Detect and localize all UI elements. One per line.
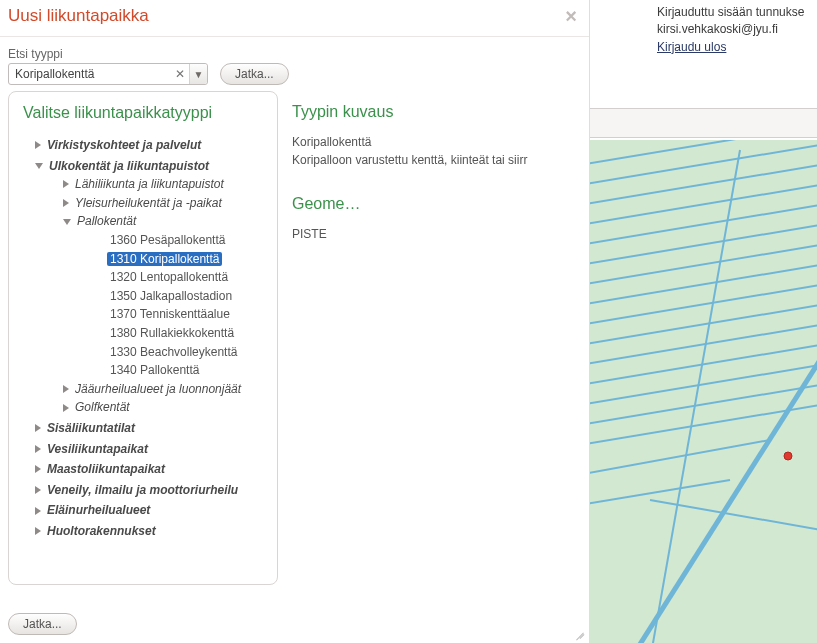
caret-right-icon xyxy=(63,404,69,412)
caret-right-icon xyxy=(35,486,41,494)
tree-title: Valitse liikuntapaikkatyyppi xyxy=(23,104,267,122)
svg-line-9 xyxy=(590,300,817,350)
tree-node-ulko[interactable]: Ulkokentät ja liikuntapuistot xyxy=(35,157,267,176)
svg-line-8 xyxy=(590,280,817,330)
type-description-panel: Tyypin kuvaus Koripallokenttä Koripalloo… xyxy=(288,91,581,585)
tree-leaf-1320[interactable]: 1320 Lentopallokenttä xyxy=(107,270,231,284)
tree-leaf-1340[interactable]: 1340 Pallokenttä xyxy=(107,363,202,377)
map-canvas[interactable] xyxy=(590,140,817,643)
logout-link[interactable]: Kirjaudu ulos xyxy=(657,40,726,54)
svg-line-14 xyxy=(590,400,817,450)
caret-right-icon xyxy=(63,199,69,207)
tree-node-huolto[interactable]: Huoltorakennukset xyxy=(35,522,267,541)
user-email: kirsi.vehkakoski@jyu.fi xyxy=(657,21,817,38)
svg-line-12 xyxy=(590,360,817,410)
type-input[interactable] xyxy=(9,67,171,81)
tree-node-elain[interactable]: Eläinurheilualueet xyxy=(35,501,267,520)
svg-line-2 xyxy=(590,160,817,210)
caret-right-icon xyxy=(35,445,41,453)
svg-line-3 xyxy=(590,180,817,230)
tree-node-virkistys[interactable]: Virkistyskohteet ja palvelut xyxy=(35,136,267,155)
tree-leaf-1350[interactable]: 1350 Jalkapallostadion xyxy=(107,289,235,303)
caret-right-icon xyxy=(35,141,41,149)
caret-right-icon xyxy=(35,527,41,535)
geometry-title: Geome… xyxy=(292,195,575,213)
svg-line-5 xyxy=(590,220,817,270)
search-label: Etsi tyyppi xyxy=(8,47,208,61)
continue-button-bottom[interactable]: Jatka... xyxy=(8,613,77,635)
tree-node-pallo[interactable]: Pallokentät xyxy=(63,212,267,231)
tree-node-sisa[interactable]: Sisäliikuntatilat xyxy=(35,419,267,438)
tree-node-maasto[interactable]: Maastoliikuntapaikat xyxy=(35,460,267,479)
dialog-title: Uusi liikuntapaikka xyxy=(8,6,149,26)
clear-icon[interactable]: ✕ xyxy=(171,67,189,81)
chevron-down-icon[interactable]: ▼ xyxy=(189,64,207,84)
svg-point-20 xyxy=(784,452,792,460)
dialog-new-place: Uusi liikuntapaikka × Etsi tyyppi ✕ ▼ Ja… xyxy=(0,0,590,643)
tree-node-yleis[interactable]: Yleisurheilukentät ja -paikat xyxy=(63,194,267,213)
caret-right-icon xyxy=(35,507,41,515)
caret-down-icon xyxy=(63,219,71,225)
selected-type-desc: Koripalloon varustettu kenttä, kiinteät … xyxy=(292,153,575,167)
resize-handle[interactable] xyxy=(573,627,585,639)
svg-line-6 xyxy=(590,240,817,290)
svg-line-0 xyxy=(590,140,817,170)
svg-line-16 xyxy=(590,480,730,510)
continue-button-top[interactable]: Jatka... xyxy=(220,63,289,85)
caret-right-icon xyxy=(35,424,41,432)
tree-leaf-1360[interactable]: 1360 Pesäpallokenttä xyxy=(107,233,228,247)
caret-right-icon xyxy=(35,465,41,473)
svg-line-17 xyxy=(650,150,740,643)
type-tree-panel: Valitse liikuntapaikkatyyppi Virkistysko… xyxy=(8,91,278,585)
tree-leaf-1380[interactable]: 1380 Rullakiekkokenttä xyxy=(107,326,237,340)
type-combobox[interactable]: ✕ ▼ xyxy=(8,63,208,85)
caret-down-icon xyxy=(35,163,43,169)
geometry-value: PISTE xyxy=(292,227,575,241)
desc-title: Tyypin kuvaus xyxy=(292,103,575,121)
tree-leaf-1370[interactable]: 1370 Tenniskenttäalue xyxy=(107,307,233,321)
svg-line-15 xyxy=(590,440,770,480)
selected-type-name: Koripallokenttä xyxy=(292,135,575,149)
tree-leaf-1310[interactable]: 1310 Koripallokenttä xyxy=(107,252,222,266)
logged-in-text: Kirjauduttu sisään tunnukse xyxy=(657,4,817,21)
svg-line-7 xyxy=(590,260,817,310)
tree-node-jaa[interactable]: Jääurheilualueet ja luonnonjäät xyxy=(63,380,267,399)
svg-line-1 xyxy=(590,140,817,190)
svg-line-4 xyxy=(590,200,817,250)
svg-line-11 xyxy=(590,340,817,390)
tree-leaf-1330[interactable]: 1330 Beachvolleykenttä xyxy=(107,345,240,359)
tree-node-vesi[interactable]: Vesiliikuntapaikat xyxy=(35,440,267,459)
caret-right-icon xyxy=(63,385,69,393)
close-icon[interactable]: × xyxy=(565,6,577,26)
tree-node-golf[interactable]: Golfkentät xyxy=(63,398,267,417)
caret-right-icon xyxy=(63,180,69,188)
user-bar: Kirjauduttu sisään tunnukse kirsi.vehkak… xyxy=(657,4,817,56)
tree-node-lahi[interactable]: Lähiliikunta ja liikuntapuistot xyxy=(63,175,267,194)
tree-node-veneily[interactable]: Veneily, ilmailu ja moottoriurheilu xyxy=(35,481,267,500)
type-tree: Virkistyskohteet ja palvelut Ulkokentät … xyxy=(23,136,267,540)
